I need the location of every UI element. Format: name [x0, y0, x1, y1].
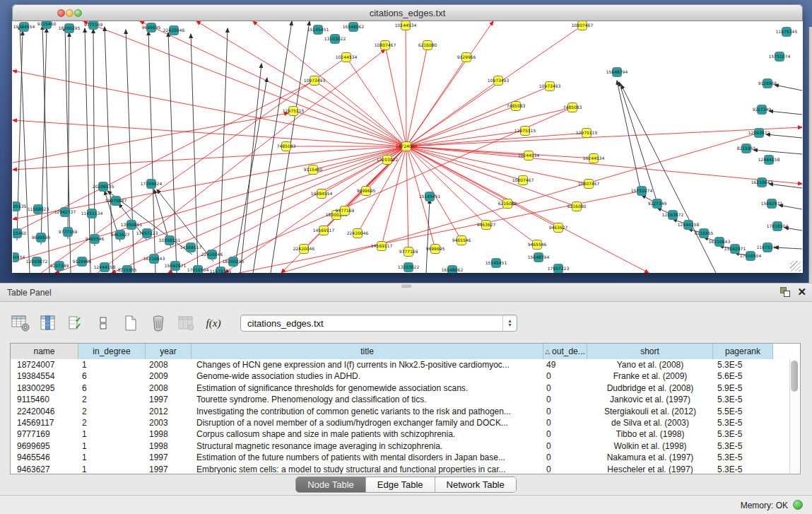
network-node[interactable]: 19384554 [13, 253, 25, 262]
table-cell[interactable]: 1 [78, 359, 146, 370]
table-cell[interactable]: 5.3E-5 [713, 417, 773, 428]
column-header-name[interactable]: name [11, 344, 78, 359]
tab-node-table[interactable]: Node Table [296, 477, 366, 492]
network-node[interactable]: 10807467 [572, 21, 594, 30]
network-view-window[interactable]: citations_edges.txt 12505135115680231294… [12, 4, 803, 273]
table-cell[interactable]: 1997 [146, 452, 192, 463]
network-node[interactable]: 16548062 [343, 23, 365, 32]
table-cell[interactable]: Genome-wide association studies in ADHD. [192, 370, 543, 382]
network-node[interactable]: 12942737 [54, 208, 76, 217]
network-node[interactable]: 17359924 [141, 180, 163, 189]
column-header-in-degree[interactable]: in_degree [78, 344, 146, 359]
table-cell[interactable]: Stergiakouli et al. (2012) [587, 406, 713, 417]
table-cell[interactable]: Hescheler et al. (1997) [587, 464, 713, 474]
network-node[interactable]: 15692971 [724, 245, 746, 254]
network-node[interactable]: 16210643 [709, 238, 731, 247]
network-node[interactable]: 6216080 [418, 41, 437, 50]
network-node[interactable]: 12444158 [94, 263, 116, 272]
network-canvas[interactable]: 1250513511568023129427371145113420206535… [13, 21, 802, 273]
network-node[interactable]: 9463627 [477, 221, 496, 230]
table-row[interactable]: 946554611997Estimation of the future num… [11, 452, 800, 463]
table-cell[interactable]: 9115460 [11, 394, 78, 405]
network-node[interactable]: 9129966 [457, 53, 476, 62]
function-builder-icon[interactable]: f(x) [203, 313, 224, 333]
network-node[interactable]: 10244534 [583, 154, 605, 163]
network-node[interactable]: 9699695 [32, 233, 51, 243]
network-node[interactable]: 12444158 [758, 156, 780, 165]
network-node[interactable]: 12444158 [678, 221, 700, 230]
column-header-title[interactable]: title [192, 344, 543, 359]
network-node[interactable]: 11451134 [81, 209, 103, 218]
network-node[interactable]: 22420046 [293, 245, 315, 254]
column-header-year[interactable]: year [146, 344, 192, 359]
table-cell[interactable]: de Silva et al. (2003) [587, 417, 713, 428]
column-header-out-de-[interactable]: △out_de... [543, 344, 587, 359]
table-cell[interactable]: 2 [78, 394, 146, 405]
table-cell[interactable]: Franke et al. (2009) [587, 370, 713, 382]
network-node[interactable]: 10807467 [375, 41, 396, 50]
resize-grip[interactable] [790, 261, 801, 271]
table-cell[interactable]: Embryonic stem cells: a model to study s… [192, 464, 543, 474]
table-cell[interactable]: Nakamura et al. (1997) [587, 452, 713, 463]
network-node[interactable]: 13203022 [324, 35, 346, 44]
network-node[interactable]: 9227349 [753, 105, 772, 115]
network-node[interactable]: 16210643 [143, 255, 165, 264]
network-node[interactable]: 13203022 [398, 263, 420, 272]
network-node[interactable]: 16548062 [442, 266, 464, 274]
network-node[interactable]: 7485083 [277, 142, 296, 151]
network-node[interactable]: 9465546 [528, 240, 547, 250]
table-cell[interactable]: 1998 [146, 428, 192, 440]
table-row[interactable]: 1938455462009Genome-wide association stu… [11, 370, 800, 382]
table-cell[interactable]: 5.3E-5 [713, 452, 773, 463]
float-panel-icon[interactable] [780, 287, 790, 297]
table-cell[interactable]: 9699695 [11, 440, 78, 452]
close-panel-icon[interactable]: ✕ [797, 287, 806, 297]
table-cell[interactable]: 0 [543, 406, 587, 417]
network-node[interactable]: 9777169 [399, 247, 418, 257]
table-cell[interactable]: 6 [78, 382, 146, 394]
table-cell[interactable]: 1998 [146, 440, 192, 452]
table-row[interactable]: 911546021997Tourette syndrome. Phenomeno… [11, 394, 800, 405]
table-row[interactable]: 1456911722003Disruption of a novel membe… [11, 417, 800, 428]
table-cell[interactable]: 2008 [146, 359, 192, 370]
table-cell[interactable]: 18724007 [11, 359, 78, 370]
network-node[interactable]: 13950861 [121, 221, 143, 230]
network-node[interactable]: 12975115 [283, 107, 305, 116]
table-cell[interactable]: 2008 [146, 382, 192, 394]
table-selector-dropdown[interactable]: citations_edges.txt ▲▼ [240, 315, 517, 332]
network-node[interactable]: 9777169 [84, 21, 103, 30]
table-cell[interactable]: 18300295 [11, 382, 78, 394]
network-node[interactable]: 16210643 [751, 178, 773, 187]
table-cell[interactable]: Tourette syndrome. Phenomenology and cla… [192, 394, 543, 405]
table-row[interactable]: 2242004622012Investigating the contribut… [11, 406, 800, 417]
table-settings-icon[interactable] [10, 313, 31, 333]
table-row[interactable]: 1830029562008Estimation of significance … [11, 382, 800, 394]
table-cell[interactable]: Corpus callosum shape and size in male p… [192, 428, 543, 440]
table-cell[interactable]: 5.3E-5 [713, 440, 773, 452]
network-node[interactable]: 14569117 [180, 243, 202, 252]
table-cell[interactable]: 0 [543, 452, 587, 463]
network-node[interactable]: 17016504 [187, 266, 209, 274]
table-row[interactable]: 1872400712008Changes of HCN gene express… [11, 359, 800, 370]
table-cell[interactable]: 1 [78, 452, 146, 463]
network-node[interactable]: 10807467 [512, 176, 534, 185]
table-row[interactable]: 969969511998Structural magnetic resonanc… [11, 440, 800, 452]
table-cell[interactable]: 1 [78, 428, 146, 440]
table-cell[interactable]: 5.3E-5 [713, 394, 773, 405]
network-node[interactable]: 17016504 [740, 252, 762, 261]
table-cell[interactable]: 1997 [146, 394, 192, 405]
network-node[interactable]: 10973493 [304, 76, 326, 86]
table-cell[interactable]: Jankovic et al. (1997) [587, 394, 713, 405]
network-node[interactable]: 10244534 [336, 53, 358, 62]
table-cell[interactable]: 0 [543, 394, 587, 405]
network-node[interactable]: 15145451 [419, 192, 441, 201]
table-cell[interactable]: 2 [78, 406, 146, 417]
table-cell[interactable]: Yano et al. (2008) [587, 359, 713, 370]
network-node[interactable]: 11675345 [210, 267, 232, 274]
network-node[interactable]: 7485083 [563, 103, 582, 112]
network-node[interactable]: 15648794 [606, 68, 628, 77]
splitter-handle[interactable] [401, 284, 411, 288]
network-node[interactable]: 12975115 [576, 129, 598, 138]
table-cell[interactable]: Disruption of a novel member of a sodium… [192, 417, 543, 428]
network-node[interactable]: 9699695 [142, 23, 161, 33]
